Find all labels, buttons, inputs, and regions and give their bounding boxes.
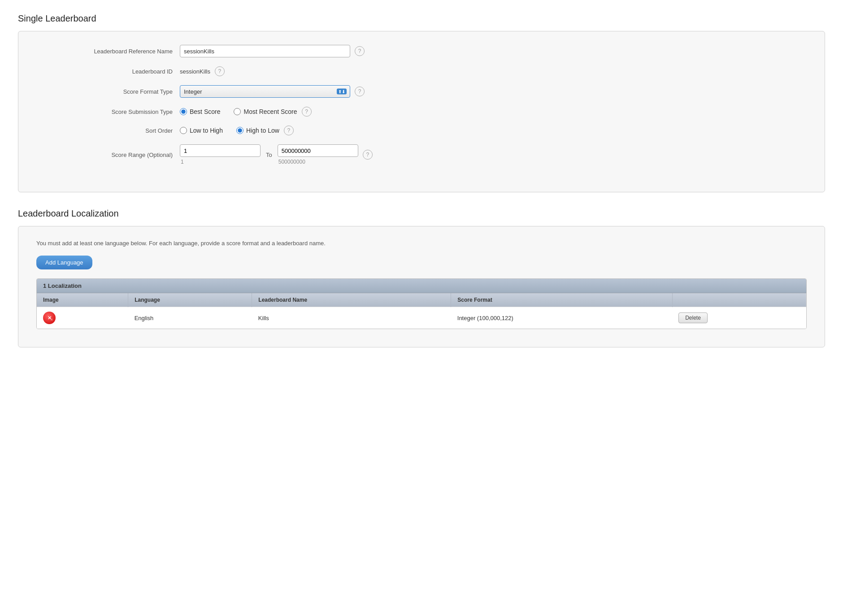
sort-order-label: Sort Order [36, 127, 180, 134]
score-range-to-group: 500000000 [278, 144, 358, 165]
leaderboard-id-control: sessionKills ? [180, 66, 807, 76]
col-score-format: Score Format [451, 293, 672, 307]
reference-name-label: Leaderboard Reference Name [36, 48, 180, 55]
localization-table: Image Language Leaderboard Name Score Fo… [37, 293, 806, 329]
localization-title: Leaderboard Localization [18, 208, 825, 219]
score-format-control: Integer Float ? [180, 85, 807, 98]
reference-name-control: ? [180, 45, 807, 57]
most-recent-label: Most Recent Score [243, 108, 297, 115]
score-range-row: Score Range (Optional) 1 To 500000000 ? [36, 144, 807, 165]
sort-order-row: Sort Order Low to High High to Low ? [36, 126, 807, 135]
score-submission-control: Best Score Most Recent Score ? [180, 107, 807, 117]
localization-table-wrapper: 1 Localization Image Language Leaderboar… [36, 278, 807, 329]
score-submission-radio-group: Best Score Most Recent Score [180, 108, 297, 115]
row-leaderboard-name-cell: Kills [252, 307, 451, 329]
low-to-high-option[interactable]: Low to High [180, 127, 223, 134]
score-submission-row: Score Submission Type Best Score Most Re… [36, 107, 807, 117]
row-image-cell [37, 307, 128, 329]
col-actions [672, 293, 806, 307]
row-leaderboard-name: Kills [258, 315, 269, 321]
table-row: English Kills Integer (100,000,122) Dele… [37, 307, 806, 329]
table-body: English Kills Integer (100,000,122) Dele… [37, 307, 806, 329]
score-format-label: Score Format Type [36, 88, 180, 95]
row-score-format-cell: Integer (100,000,122) [451, 307, 672, 329]
row-actions-cell: Delete [672, 307, 806, 329]
delete-row-button[interactable]: Delete [678, 312, 708, 323]
localization-info-text: You must add at least one language below… [36, 240, 807, 247]
score-format-select[interactable]: Integer Float [180, 85, 350, 98]
row-image-icon [43, 312, 56, 324]
score-format-help-icon[interactable]: ? [355, 87, 365, 96]
score-range-inputs: 1 To 500000000 [180, 144, 358, 165]
col-leaderboard-name: Leaderboard Name [252, 293, 451, 307]
row-language: English [135, 315, 154, 321]
best-score-radio[interactable] [180, 108, 187, 115]
score-range-from-group: 1 [180, 144, 261, 165]
high-to-low-option[interactable]: High to Low [236, 127, 279, 134]
score-range-to-connector: To [266, 152, 272, 158]
col-language: Language [128, 293, 252, 307]
reference-name-input[interactable] [180, 45, 350, 57]
score-submission-help-icon[interactable]: ? [302, 107, 312, 117]
sort-order-control: Low to High High to Low ? [180, 126, 807, 135]
sort-order-radio-group: Low to High High to Low [180, 127, 279, 134]
single-leaderboard-panel: Leaderboard Reference Name ? Leaderboard… [18, 31, 825, 192]
score-submission-label: Score Submission Type [36, 108, 180, 115]
score-format-row: Score Format Type Integer Float ? [36, 85, 807, 98]
table-header-row: Image Language Leaderboard Name Score Fo… [37, 293, 806, 307]
leaderboard-id-row: Leaderboard ID sessionKills ? [36, 66, 807, 76]
col-image: Image [37, 293, 128, 307]
row-score-format: Integer (100,000,122) [457, 315, 513, 321]
score-range-label: Score Range (Optional) [36, 152, 180, 158]
reference-name-row: Leaderboard Reference Name ? [36, 45, 807, 57]
localization-panel: You must add at least one language below… [18, 226, 825, 347]
best-score-option[interactable]: Best Score [180, 108, 220, 115]
sort-order-help-icon[interactable]: ? [284, 126, 294, 135]
score-range-control: 1 To 500000000 ? [180, 144, 807, 165]
most-recent-radio[interactable] [234, 108, 241, 115]
low-to-high-radio[interactable] [180, 127, 187, 134]
score-format-wrapper: Integer Float [180, 85, 350, 98]
score-range-help-icon[interactable]: ? [363, 150, 373, 160]
table-header: Image Language Leaderboard Name Score Fo… [37, 293, 806, 307]
score-range-from-hint: 1 [180, 159, 261, 165]
score-range-from-input[interactable] [180, 144, 261, 157]
table-title: 1 Localization [37, 279, 806, 293]
row-language-cell: English [128, 307, 252, 329]
high-to-low-radio[interactable] [236, 127, 243, 134]
most-recent-option[interactable]: Most Recent Score [234, 108, 297, 115]
score-range-to-hint: 500000000 [278, 159, 358, 165]
page-title: Single Leaderboard [18, 13, 825, 24]
leaderboard-id-help-icon[interactable]: ? [215, 66, 225, 76]
add-language-button[interactable]: Add Language [36, 256, 92, 269]
reference-name-help-icon[interactable]: ? [355, 46, 365, 56]
leaderboard-id-value: sessionKills [180, 68, 210, 75]
best-score-label: Best Score [190, 108, 220, 115]
low-to-high-label: Low to High [190, 127, 223, 134]
score-range-to-input[interactable] [278, 144, 358, 157]
high-to-low-label: High to Low [246, 127, 279, 134]
leaderboard-id-label: Leaderboard ID [36, 68, 180, 75]
